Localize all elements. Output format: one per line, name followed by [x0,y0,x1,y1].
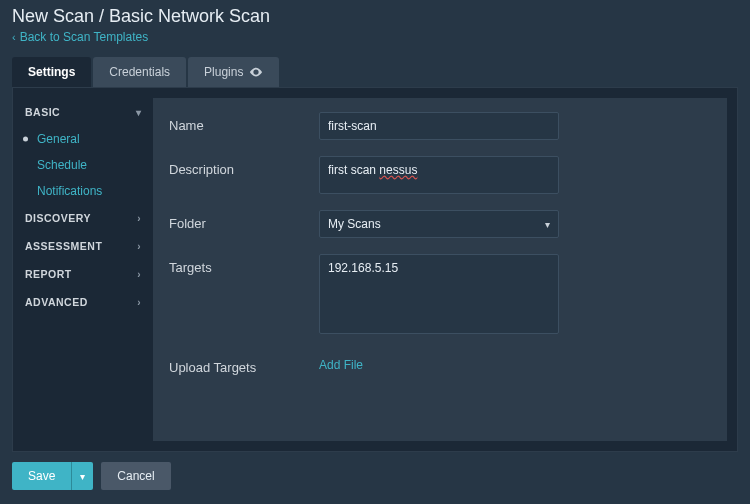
row-name: Name [169,112,711,140]
folder-select[interactable]: My Scans ▾ [319,210,559,238]
chevron-right-icon: › [137,241,141,252]
add-file-link[interactable]: Add File [319,354,363,372]
chevron-right-icon: › [137,269,141,280]
upload-targets-label: Upload Targets [169,354,319,375]
sidebar-section-label: REPORT [25,268,72,280]
sidebar-section-label: ADVANCED [25,296,88,308]
folder-label: Folder [169,210,319,231]
row-upload-targets: Upload Targets Add File [169,354,711,375]
sidebar-section-label: DISCOVERY [25,212,91,224]
row-folder: Folder My Scans ▾ [169,210,711,238]
folder-select-value: My Scans [328,217,381,231]
page-root: New Scan / Basic Network Scan ‹ Back to … [0,0,750,504]
sidebar-item-label: Schedule [37,158,87,172]
sidebar-section-label: ASSESSMENT [25,240,102,252]
sidebar-section-report[interactable]: REPORT › [13,260,153,288]
tab-credentials[interactable]: Credentials [93,57,186,87]
tab-plugins[interactable]: Plugins [188,57,279,87]
content-area: BASIC ▾ General Schedule Notifications D… [12,87,738,452]
caret-down-icon: ▾ [545,219,550,230]
sidebar-item-label: Notifications [37,184,102,198]
back-link[interactable]: ‹ Back to Scan Templates [12,30,148,44]
settings-sidebar: BASIC ▾ General Schedule Notifications D… [13,88,153,451]
chevron-down-icon: ▾ [136,107,142,118]
targets-input[interactable] [319,254,559,334]
chevron-left-icon: ‹ [12,31,16,43]
sidebar-section-advanced[interactable]: ADVANCED › [13,288,153,316]
title-bar: New Scan / Basic Network Scan ‹ Back to … [0,0,750,47]
description-text: first scan [328,163,379,177]
eye-icon [249,67,263,77]
svg-point-0 [255,71,258,74]
cancel-button[interactable]: Cancel [101,462,170,490]
tab-bar: Settings Credentials Plugins [12,57,738,87]
sidebar-section-assessment[interactable]: ASSESSMENT › [13,232,153,260]
sidebar-item-notifications[interactable]: Notifications [13,178,153,204]
sidebar-section-discovery[interactable]: DISCOVERY › [13,204,153,232]
save-button[interactable]: Save [12,462,71,490]
sidebar-item-general[interactable]: General [13,126,153,152]
sidebar-item-label: General [37,132,80,146]
sidebar-section-label: BASIC [25,106,60,118]
tab-settings[interactable]: Settings [12,57,91,87]
name-label: Name [169,112,319,133]
page-title: New Scan / Basic Network Scan [12,6,738,27]
form-panel: Name Description first scan nessus Folde… [153,98,727,441]
chevron-right-icon: › [137,297,141,308]
sidebar-item-schedule[interactable]: Schedule [13,152,153,178]
targets-label: Targets [169,254,319,275]
description-input[interactable]: first scan nessus [319,156,559,194]
chevron-right-icon: › [137,213,141,224]
caret-down-icon: ▾ [80,471,85,482]
description-text-misspelled: nessus [379,163,417,177]
footer-actions: Save ▾ Cancel [0,462,750,504]
tab-label: Plugins [204,65,243,79]
name-input[interactable] [319,112,559,140]
save-dropdown-button[interactable]: ▾ [71,462,93,490]
row-targets: Targets [169,254,711,338]
back-link-label: Back to Scan Templates [20,30,149,44]
sidebar-section-basic[interactable]: BASIC ▾ [13,98,153,126]
tab-label: Credentials [109,65,170,79]
save-button-group: Save ▾ [12,462,93,490]
description-label: Description [169,156,319,177]
tab-label: Settings [28,65,75,79]
row-description: Description first scan nessus [169,156,711,194]
